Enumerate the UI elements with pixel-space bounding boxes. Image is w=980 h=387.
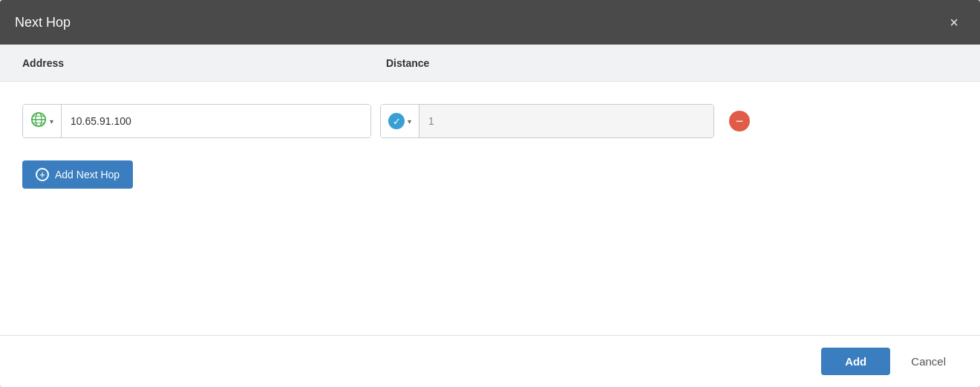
globe-icon: [30, 111, 47, 131]
chevron-down-icon: ▾: [50, 117, 53, 126]
distance-input[interactable]: [419, 105, 713, 137]
dialog-title: Next Hop: [15, 15, 71, 30]
close-icon: ×: [950, 14, 958, 31]
remove-hop-button[interactable]: −: [729, 111, 750, 131]
dialog-header: Next Hop ×: [0, 0, 980, 45]
next-hop-dialog: Next Hop × Address Distance: [0, 0, 980, 387]
distance-field-group: ✓ ▾: [380, 104, 714, 138]
add-next-hop-button[interactable]: + Add Next Hop: [22, 160, 133, 189]
distance-column-header: Distance: [386, 57, 958, 69]
address-field-group: ▾: [22, 104, 371, 138]
add-next-hop-label: Add Next Hop: [55, 169, 120, 181]
address-column-header: Address: [22, 57, 386, 69]
address-type-dropdown[interactable]: ▾: [23, 105, 62, 137]
remove-icon: −: [729, 111, 750, 131]
chevron-down-icon: ▾: [408, 117, 411, 126]
distance-type-dropdown[interactable]: ✓ ▾: [381, 105, 419, 137]
close-button[interactable]: ×: [943, 11, 965, 33]
dialog-footer: Add Cancel: [0, 335, 980, 387]
dialog-body: ▾ ✓ ▾ − + Add Next Hop: [0, 82, 980, 335]
add-button[interactable]: Add: [821, 348, 890, 375]
table-header: Address Distance: [0, 45, 980, 82]
plus-icon: +: [36, 168, 49, 181]
address-input[interactable]: [62, 105, 370, 137]
check-icon: ✓: [388, 113, 405, 129]
cancel-button[interactable]: Cancel: [899, 348, 958, 375]
hop-row: ▾ ✓ ▾ −: [22, 104, 958, 138]
